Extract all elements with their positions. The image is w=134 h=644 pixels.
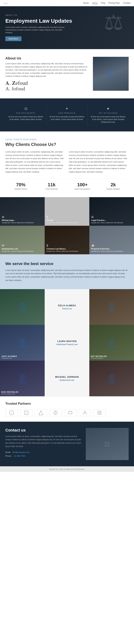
svg-marker-4 — [39, 410, 43, 415]
service-content-4: ✉ Employment Law Sample text. Click to s… — [2, 244, 43, 252]
team-name-nat-overlay: NAT REYNOLDS — [91, 356, 107, 357]
contact-section: Contact us Lorem ipsum dolor sit amet, c… — [0, 422, 134, 466]
philosophy-item-1: ⚖ OUR PHILOSOPHY At vero eos et accusam … — [5, 104, 46, 126]
service-icon-6: 🏠 — [91, 244, 132, 247]
service-card-3[interactable]: ⚖ Legal Practice... Sample text. Click t… — [89, 197, 134, 226]
partner-logo-3 — [35, 409, 47, 416]
hero-title: Employment Law Updates — [5, 18, 77, 24]
team-photo-nat-label: NAT REYNOLDS Criminal Defense — [91, 356, 107, 359]
philosophy-section: ⚖ OUR PHILOSOPHY At vero eos et accusam … — [0, 98, 134, 132]
partner-icon-5 — [68, 410, 73, 416]
partner-logo-6 — [78, 409, 91, 416]
service-card-2[interactable]: § Private Sample text. Click to select t… — [45, 197, 89, 226]
service-content-2: § Private Sample text. Click to select t… — [46, 216, 88, 224]
nav-home[interactable]: Home — [83, 2, 89, 4]
team-role-michael: Employment Law — [60, 379, 74, 381]
contact-email-row: Email: info@company.com — [5, 451, 82, 454]
service-text-6: Sample text. Click to select the Text El… — [91, 250, 132, 252]
stat-satisfied: 70% Satisfied Clients — [5, 182, 36, 190]
team-img-icon-6: 👤 — [106, 373, 117, 384]
service-title-6: Property Protection — [91, 248, 132, 250]
service-title-1: Writing legal... — [2, 219, 43, 221]
team-img-icon-2: 👤 — [106, 302, 117, 312]
team-photo-jack-label: JACK ALVAREZ Corporate Law — [2, 356, 17, 359]
signature: 𝐀. 𝐙efoud — [5, 80, 89, 86]
stats-row: 70% Satisfied Clients 11k Client Referra… — [5, 178, 129, 190]
partners-title: Trusted Partners — [5, 402, 129, 406]
service-icon-4: ✉ — [2, 244, 43, 247]
nav-about[interactable]: About — [92, 2, 98, 4]
team-name-celia: CELIA ALMEDA — [58, 304, 76, 307]
team-photo-right-1: 👤 — [89, 289, 134, 325]
contact-image: ⚖ — [86, 428, 129, 460]
service-text-4: Sample text. Click to select the Text El… — [2, 250, 43, 252]
why-section: LEGAL RIGHTS EXPLAINED Why Clients Choos… — [0, 132, 134, 197]
partner-icon-4 — [53, 410, 58, 416]
hero-gavel-decoration: ⚖ — [104, 10, 123, 35]
philosophy-label-3: KEY OF SUCCESS — [90, 112, 126, 114]
team-name-laura: LAURA NGUYEN — [57, 340, 77, 342]
philosophy-text-1: At vero eos et accusam et justo duo dolo… — [8, 115, 44, 121]
why-columns: Lorem ipsum dolor sit amet, consectetur … — [5, 150, 129, 174]
partner-logo-1: O — [5, 409, 18, 416]
service-card-1[interactable]: ⚖ Writing legal... Sample text. Click to… — [0, 197, 45, 226]
partner-icon-7 — [97, 410, 102, 416]
philosophy-icon-3: ★ — [90, 106, 126, 111]
best-service-title: We serve the best service — [5, 262, 129, 266]
stat-headline: 2k Sample Headline — [98, 182, 129, 190]
stat-label-4: Sample Headline — [98, 188, 129, 190]
about-body: Lorem ipsum dolor sit amet, consectetur … — [5, 62, 89, 78]
team-info-laura: LAURA NGUYEN Intellectual Property Law — [45, 325, 89, 360]
team-img-icon-1: 👤 — [17, 302, 28, 312]
partner-logo-5 — [64, 409, 76, 416]
team-photo-jack: 👤 JACK ALVAREZ Corporate Law — [0, 325, 45, 360]
team-role-jack-overlay: Corporate Law — [2, 357, 17, 359]
stat-awards: 100+ Award Recognitions — [67, 182, 98, 190]
contact-email-value: info@company.com — [12, 451, 30, 453]
team-info-celia: CELIA ALMEDA Family Law — [45, 289, 89, 325]
nav-faq[interactable]: FAQ — [101, 2, 105, 4]
service-text-2: Sample text. Click to select the Text El… — [46, 222, 88, 224]
contact-email-label: Email: — [5, 451, 11, 453]
nav-contact[interactable]: Contact — [123, 2, 130, 4]
stat-referrals: 11k Client Referrals — [36, 182, 67, 190]
team-photo-nick: 👤 NICK REYNOLDS Environmental Law — [0, 360, 45, 396]
service-content-3: ⚖ Legal Practice... Sample text. Click t… — [91, 215, 132, 224]
service-card-4[interactable]: ✉ Employment Law Sample text. Click to s… — [0, 226, 45, 254]
service-icon-2: § — [46, 216, 88, 218]
nav-pricing[interactable]: Pricing Plan — [108, 2, 120, 4]
hero-read-more-button[interactable]: Read More — [5, 36, 22, 41]
service-title-2: Private — [46, 219, 88, 221]
svg-rect-7 — [68, 412, 72, 414]
service-title-3: Legal Practice... — [91, 219, 132, 221]
nav-logo: logo — [4, 2, 8, 4]
why-label: LEGAL RIGHTS EXPLAINED — [5, 138, 129, 140]
service-text-5: Sample text. Click to select the Text El… — [46, 250, 88, 252]
philosophy-label-2: OUR PRINCIPLE — [49, 112, 85, 114]
contact-phone-row: Phone: +21 456 7000 — [5, 454, 82, 457]
team-photo-nick-label: NICK REYNOLDS Environmental Law — [2, 391, 18, 395]
philosophy-icon-2: ✦ — [49, 106, 85, 111]
hero-body: Lorem ipsum dolor sit amet, consectetur … — [5, 26, 66, 34]
service-content-5: § Contract Law Basics Sample text. Click… — [46, 244, 88, 252]
contact-left: Contact us Lorem ipsum dolor sit amet, c… — [5, 428, 82, 457]
navigation: logo Home About FAQ Pricing Plan Contact — [0, 0, 134, 6]
service-card-5[interactable]: § Contract Law Basics Sample text. Click… — [45, 226, 89, 254]
partner-icon-1: O — [9, 410, 14, 416]
hero-label: ABOUT US — [5, 14, 129, 16]
best-service-text: Lorem ipsum dolor sit amet, consectetur … — [5, 268, 129, 282]
service-title-4: Employment Law — [2, 248, 43, 250]
why-col-2: Lorem ipsum dolor sit amet, consectetur … — [69, 150, 129, 174]
team-row-3: 👤 NICK REYNOLDS Environmental Law MICHAE… — [0, 360, 134, 396]
team-section: 👤 CELIA ALMEDA Family Law 👤 👤 JACK ALVAR… — [0, 289, 134, 396]
stat-number-2: 11k — [36, 182, 67, 188]
service-card-6[interactable]: 🏠 Property Protection Sample text. Click… — [89, 226, 134, 254]
about-image: 👤 — [93, 57, 129, 91]
philosophy-icon-1: ⚖ — [8, 106, 44, 111]
service-icon-5: § — [46, 244, 88, 247]
service-content-6: 🏠 Property Protection Sample text. Click… — [91, 244, 132, 252]
team-row-1: 👤 CELIA ALMEDA Family Law 👤 — [0, 289, 134, 325]
stat-label-3: Award Recognitions — [67, 188, 98, 190]
contact-phone-value: +21 456 7000 — [13, 455, 25, 457]
why-col-1: Lorem ipsum dolor sit amet, consectetur … — [5, 150, 65, 174]
